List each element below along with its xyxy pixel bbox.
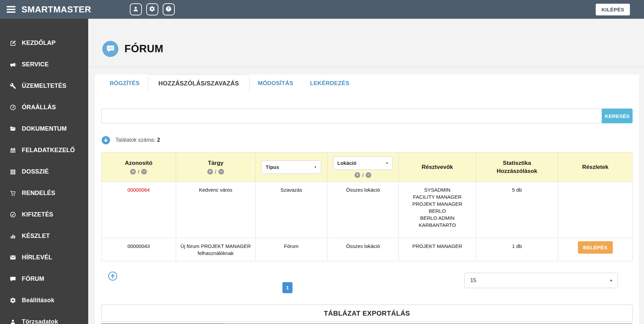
sidebar-item-rendeles[interactable]: RENDELÉS <box>0 182 88 204</box>
sidebar-item-label: SERVICE <box>22 61 49 68</box>
sidebar-item-kezdolap[interactable]: KEZDŐLAP <box>0 32 88 54</box>
folder-open-icon <box>9 126 17 132</box>
column-lokacio: Lokáció ▼ + / − <box>327 152 399 182</box>
column-azonosito: Azonosító + / − <box>102 152 176 182</box>
cell-resztvevok: PROJEKT MANAGER <box>399 238 476 261</box>
cell-targy: Új fórum PROJEKT MANAGER felhasználóknak <box>180 243 251 256</box>
sidebar-item-dokumentum[interactable]: DOKUMENTUM <box>0 118 88 139</box>
table-row: 00000043 Új fórum PROJEKT MANAGER felhas… <box>102 238 633 261</box>
tab-lekerdezes[interactable]: LEKÉRDEZÉS <box>302 74 358 92</box>
envelope-icon <box>9 254 17 261</box>
calendar-icon <box>9 147 17 153</box>
cell-statisztika: 1 db <box>512 243 522 249</box>
cell-statisztika: 5 db <box>512 187 522 193</box>
menu-icon[interactable] <box>7 6 15 13</box>
tab-rogzites[interactable]: RÖGZÍTÉS <box>101 74 148 92</box>
participant: BERLO ADMIN <box>401 214 473 221</box>
participant: SYSADMIN <box>401 186 473 193</box>
row-id-link[interactable]: 00000064 <box>127 187 150 193</box>
sidebar: KEZDŐLAP SERVICE ÜZEMELTETÉS ÓRAÁLLÁS DO… <box>0 19 88 324</box>
cell-targy: Kedvenc város <box>199 187 232 193</box>
column-label: Azonosító <box>125 159 152 167</box>
scroll-up-icon[interactable] <box>108 271 117 281</box>
sidebar-item-torzsadatok[interactable]: Törzsadatok <box>0 311 88 324</box>
table-header-row: Azonosító + / − Tárgy + <box>102 152 633 182</box>
chevron-down-icon: ▼ <box>386 161 389 165</box>
pencil-square-icon <box>9 40 17 46</box>
bullhorn-icon <box>9 61 17 68</box>
sidebar-item-label: KEZDŐLAP <box>22 40 56 47</box>
participant: BERLO <box>401 207 473 214</box>
scroll-down-icon[interactable] <box>101 136 110 145</box>
sidebar-item-oraallas[interactable]: ÓRAÁLLÁS <box>0 96 88 118</box>
chevron-down-icon: ▼ <box>314 166 317 169</box>
column-targy: Tárgy + / − <box>176 152 255 182</box>
page-title: FÓRUM <box>124 43 163 55</box>
sidebar-item-label: FELADATKEZELŐ <box>22 147 75 154</box>
column-reszletek: Részletek <box>558 152 633 182</box>
tab-hozzaszolas-szavazas[interactable]: HOZZÁSZÓLÁS/SZAVAZÁS <box>148 74 249 92</box>
app-title: SMARTMASTER <box>21 4 91 15</box>
participant: PROJEKT MANAGER <box>401 243 473 250</box>
sidebar-item-feladatkezelo[interactable]: FELADATKEZELŐ <box>0 139 88 161</box>
results-count: 2 <box>157 137 160 143</box>
help-button[interactable]: ? <box>163 3 175 15</box>
sidebar-item-forum[interactable]: FÓRUM <box>0 268 88 289</box>
table-footer: 1 15 ▼ TÁBLÁZAT EXPORTÁLÁS <box>101 261 633 324</box>
question-icon: ? <box>165 6 172 13</box>
enter-button[interactable]: BELÉPÉS <box>578 241 613 254</box>
sidebar-item-hirlevel[interactable]: HÍRLEVÉL <box>0 247 88 268</box>
tipus-filter-select[interactable]: Típus ▼ <box>261 160 321 174</box>
participant: PROJEKT MANAGER <box>401 200 473 207</box>
lokacio-filter-value: Lokáció <box>337 160 357 166</box>
gear-icon <box>9 297 17 304</box>
page-size-value: 15 <box>470 277 476 283</box>
settings-button[interactable] <box>146 3 158 15</box>
lokacio-filter-select[interactable]: Lokáció ▼ <box>333 156 393 170</box>
sort-separator: / <box>138 169 139 175</box>
search-input[interactable] <box>101 109 602 123</box>
sidebar-item-label: FÓRUM <box>22 275 44 282</box>
pagination-page-1[interactable]: 1 <box>282 282 292 293</box>
cell-tipus: Fórum <box>284 243 299 249</box>
sidebar-item-kifizetes[interactable]: KIFIZETÉS <box>0 204 88 225</box>
sidebar-item-label: ÓRAÁLLÁS <box>22 104 56 111</box>
search-bar: KERESÉS <box>101 109 633 123</box>
sort-desc-icon[interactable]: − <box>218 169 224 175</box>
comment-icon <box>9 276 17 282</box>
page-size-select[interactable]: 15 ▼ <box>464 273 618 288</box>
sort-asc-icon[interactable]: + <box>355 172 360 178</box>
column-tipus: Típus ▼ <box>256 152 327 182</box>
search-button[interactable]: KERESÉS <box>602 109 633 123</box>
sort-desc-icon[interactable]: − <box>141 169 147 175</box>
cell-lokacio: Összes lokáció <box>346 187 380 193</box>
sidebar-item-label: KÉSZLET <box>22 233 50 240</box>
wrench-icon <box>9 83 17 89</box>
user-icon <box>132 6 139 13</box>
column-label-line2: Hozzászólások <box>497 168 537 175</box>
sidebar-item-label: HÍRLEVÉL <box>22 254 52 261</box>
cell-lokacio: Összes lokáció <box>346 243 380 249</box>
tachometer-icon <box>9 104 17 111</box>
row-id: 00000043 <box>127 243 150 249</box>
gear-icon <box>149 6 155 13</box>
sidebar-item-keszlet[interactable]: KÉSZLET <box>0 225 88 247</box>
column-label: Részletek <box>582 164 608 170</box>
sidebar-item-label: Beállítások <box>22 297 54 304</box>
sort-desc-icon[interactable]: − <box>366 172 371 178</box>
tab-modositas[interactable]: MÓDOSÍTÁS <box>250 74 302 92</box>
column-label: Résztvevők <box>422 164 453 170</box>
main-content: FÓRUM RÖGZÍTÉS HOZZÁSZÓLÁS/SZAVAZÁS MÓDO… <box>88 19 644 324</box>
sidebar-item-uzemeltetes[interactable]: ÜZEMELTETÉS <box>0 75 88 96</box>
sidebar-item-beallitasok[interactable]: Beállítások <box>0 289 88 311</box>
export-table-button[interactable]: TÁBLÁZAT EXPORTÁLÁS <box>101 305 633 322</box>
column-resztvevok: Résztvevők <box>399 152 476 182</box>
sidebar-item-service[interactable]: SERVICE <box>0 54 88 75</box>
cell-tipus: Szavazás <box>280 187 302 193</box>
logout-button[interactable]: KILÉPÉS <box>596 4 630 15</box>
sort-asc-icon[interactable]: + <box>207 169 213 175</box>
sort-asc-icon[interactable]: + <box>130 169 136 175</box>
sidebar-item-label: Törzsadatok <box>22 318 58 324</box>
sidebar-item-dosszie[interactable]: DOSSZIÉ <box>0 161 88 182</box>
user-button[interactable] <box>130 3 142 15</box>
